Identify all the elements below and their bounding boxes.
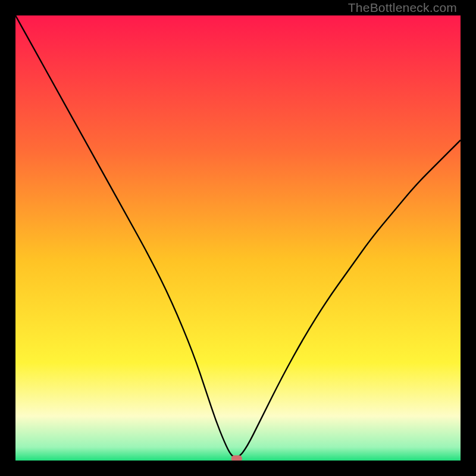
chart-svg <box>15 15 461 461</box>
chart-frame: TheBottleneck.com <box>0 0 476 476</box>
min-marker <box>231 455 242 461</box>
watermark-text: TheBottleneck.com <box>348 1 457 15</box>
plot-area <box>15 15 461 461</box>
gradient-background <box>15 15 461 461</box>
